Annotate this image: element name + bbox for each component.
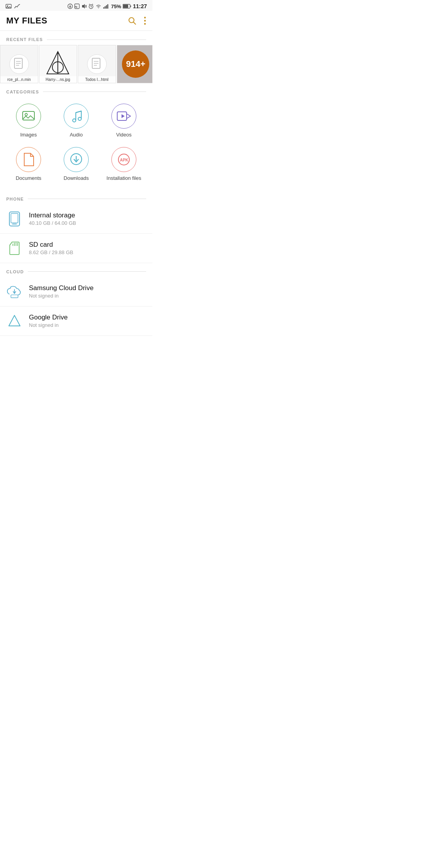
category-images-label: Images: [20, 132, 37, 138]
svg-line-22: [134, 22, 136, 25]
category-audio[interactable]: Audio: [54, 100, 98, 141]
category-downloads-label: Downloads: [64, 175, 89, 181]
recent-item-1[interactable]: i solemnly swear Harry-...ns.jpg: [39, 45, 77, 83]
top-bar: MY FILES: [0, 11, 152, 31]
category-documents-label: Documents: [16, 175, 41, 181]
svg-point-1: [7, 5, 8, 7]
svg-marker-60: [9, 315, 20, 326]
svg-rect-19: [123, 5, 128, 8]
signal-icon: [103, 4, 109, 9]
harry-potter-image: i solemnly swear: [42, 48, 73, 80]
search-button[interactable]: [127, 16, 137, 25]
time-display: 11:27: [133, 3, 147, 9]
more-options-icon: [144, 16, 146, 25]
status-right: N 75% 11:27: [68, 3, 147, 9]
internal-storage-subtitle: 40.10 GB / 64.00 GB: [29, 220, 146, 226]
sd-card-title: SD card: [29, 241, 146, 249]
chart-icon: [14, 4, 20, 9]
category-installation[interactable]: APK Installation files: [102, 144, 146, 184]
recent-item-label-2: Todos I...html: [78, 76, 116, 83]
more-options-button[interactable]: [144, 16, 146, 25]
svg-line-13: [92, 4, 93, 5]
phone-section-label: PHONE: [0, 190, 152, 204]
google-drive-icon-svg: [7, 314, 22, 328]
samsung-cloud-item[interactable]: Samsung Cloud Drive Not signed in: [0, 277, 152, 307]
category-videos-label: Videos: [116, 132, 132, 138]
samsung-cloud-text: Samsung Cloud Drive Not signed in: [29, 284, 146, 299]
installation-icon: APK: [117, 153, 131, 166]
mute-icon: [81, 4, 87, 9]
search-icon: [127, 16, 137, 25]
recent-item-label-0: rce_pl...n.min: [0, 76, 38, 83]
sdcard-icon: [8, 241, 21, 255]
cloud-section-label: CLOUD: [0, 263, 152, 277]
google-drive-subtitle: Not signed in: [29, 322, 146, 328]
sd-card-item[interactable]: SD card 8.62 GB / 29.88 GB: [0, 234, 152, 263]
category-images[interactable]: Images: [6, 100, 51, 141]
svg-point-25: [144, 23, 146, 25]
status-left-icons: [5, 4, 20, 9]
svg-line-11: [91, 7, 92, 7]
google-drive-item[interactable]: Google Drive Not signed in: [0, 307, 152, 336]
categories-grid: Images Audio Videos Documents Downloads …: [0, 97, 152, 190]
recent-item-label-1: Harry-...ns.jpg: [39, 76, 77, 83]
internal-storage-text: Internal storage 40.10 GB / 64.00 GB: [29, 212, 146, 226]
download-status-icon: [68, 4, 73, 9]
google-drive-icon: [6, 313, 23, 329]
more-files-badge: 914+: [122, 50, 149, 78]
battery-icon: [123, 4, 131, 9]
recent-item-more[interactable]: 914+: [117, 45, 153, 83]
svg-marker-45: [122, 114, 125, 118]
wifi-icon: [95, 4, 102, 9]
samsung-cloud-title: Samsung Cloud Drive: [29, 284, 146, 292]
svg-rect-16: [106, 5, 107, 9]
documents-icon: [23, 153, 34, 166]
page-title: MY FILES: [6, 16, 47, 26]
audio-icon: [70, 109, 82, 123]
svg-rect-15: [105, 6, 106, 9]
doc-icon: [14, 58, 24, 70]
category-downloads[interactable]: Downloads: [54, 144, 98, 184]
recent-item-2[interactable]: Todos I...html: [78, 45, 116, 83]
svg-point-24: [144, 20, 146, 22]
battery-percent: 75%: [111, 4, 121, 9]
category-installation-label: Installation files: [107, 175, 141, 181]
google-drive-text: Google Drive Not signed in: [29, 314, 146, 328]
top-bar-actions: [127, 16, 146, 25]
alarm-icon: [88, 4, 94, 9]
svg-text:N: N: [75, 5, 77, 9]
svg-point-40: [73, 119, 76, 122]
html-doc-icon: [92, 58, 102, 70]
svg-rect-20: [131, 5, 131, 7]
images-icon: [22, 110, 35, 122]
recent-files-section-label: RECENT FILES: [0, 31, 152, 45]
internal-storage-icon: [6, 211, 23, 227]
category-videos[interactable]: Videos: [102, 100, 146, 141]
google-drive-title: Google Drive: [29, 314, 146, 321]
svg-marker-44: [127, 114, 131, 118]
internal-storage-item[interactable]: Internal storage 40.10 GB / 64.00 GB: [0, 204, 152, 234]
svg-text:APK: APK: [120, 158, 129, 162]
category-documents[interactable]: Documents: [6, 144, 51, 184]
categories-section-label: CATEGORIES: [0, 83, 152, 97]
svg-rect-38: [23, 111, 34, 120]
samsung-cloud-subtitle: Not signed in: [29, 293, 146, 299]
category-audio-label: Audio: [70, 132, 82, 138]
downloads-icon: [70, 153, 82, 166]
recent-item-0[interactable]: rce_pl...n.min: [0, 45, 38, 83]
svg-rect-14: [103, 7, 104, 9]
status-bar: N 75% 11:27: [0, 0, 152, 11]
internal-storage-title: Internal storage: [29, 212, 146, 219]
svg-line-53: [10, 242, 12, 245]
svg-line-12: [89, 4, 90, 5]
sd-card-subtitle: 8.62 GB / 29.88 GB: [29, 249, 146, 255]
svg-rect-51: [11, 213, 18, 223]
svg-point-39: [25, 113, 27, 116]
phone-icon: [9, 212, 20, 226]
nfc-icon: N: [74, 4, 80, 9]
svg-point-41: [78, 117, 81, 120]
recent-files-list: rce_pl...n.min i solemnly swear Harry-..…: [0, 45, 152, 83]
videos-icon: [117, 111, 131, 122]
svg-line-42: [76, 111, 81, 113]
sd-card-icon: [6, 240, 23, 256]
